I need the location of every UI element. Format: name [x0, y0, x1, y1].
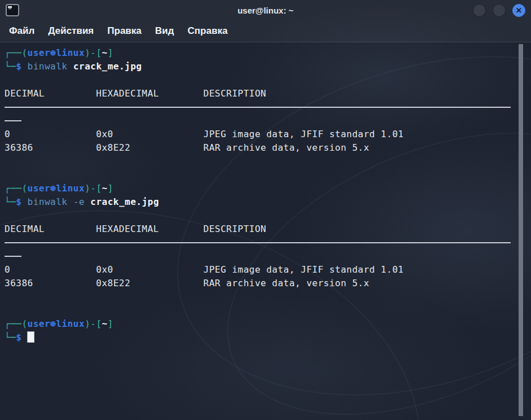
separator-wrap-fragment [5, 250, 514, 263]
title-bar[interactable]: user@linux: ~ ✕ [0, 0, 531, 20]
col-decimal: DECIMAL [5, 222, 96, 236]
col-description: DESCRIPTION [203, 87, 514, 100]
cell-hex: 0x8E22 [96, 141, 203, 155]
table-row: 0 0x0 JPEG image data, JFIF standard 1.0… [5, 263, 514, 277]
prompt-frame: )-[ [85, 183, 102, 194]
at-symbol-icon: ⊛ [50, 318, 56, 329]
prompt-frame: └─ [5, 332, 16, 343]
prompt-path: ~ [102, 47, 107, 58]
cell-description: RAR archive data, version 5.x [203, 141, 514, 155]
prompt-path: ~ [102, 318, 107, 329]
cell-description: RAR archive data, version 5.x [203, 277, 514, 290]
cell-decimal: 0 [5, 263, 96, 277]
cell-decimal: 0 [5, 128, 96, 141]
maximize-button[interactable] [493, 4, 506, 17]
menu-actions[interactable]: Действия [48, 25, 94, 37]
command-line-2: └─$ binwalk -e crack_me.jpg [5, 195, 514, 209]
cell-decimal: 36386 [5, 277, 96, 290]
command-file: crack_me.jpg [73, 61, 142, 72]
menu-edit[interactable]: Правка [107, 25, 141, 37]
table-row: 36386 0x8E22 RAR archive data, version 5… [5, 141, 514, 155]
prompt-symbol: $ [16, 61, 21, 72]
prompt-frame: )-[ [85, 318, 102, 329]
binwalk-header-row: DECIMAL HEXADECIMAL DESCRIPTION [5, 222, 514, 236]
table-row: 0 0x0 JPEG image data, JFIF standard 1.0… [5, 128, 514, 141]
prompt-frame: ] [107, 318, 113, 329]
prompt-host: linux [56, 318, 85, 329]
col-hexadecimal: HEXADECIMAL [96, 87, 203, 100]
at-symbol-icon: ⊛ [50, 47, 56, 58]
at-symbol-icon: ⊛ [50, 183, 56, 194]
prompt-frame: └─ [5, 196, 16, 207]
window-title: user@linux: ~ [0, 6, 531, 15]
cell-hex: 0x0 [96, 263, 203, 277]
col-description: DESCRIPTION [203, 222, 514, 236]
close-button[interactable]: ✕ [512, 4, 525, 17]
separator-line [5, 236, 514, 250]
prompt-line-1: ┌──(user⊛linux)-[~] [5, 46, 514, 60]
prompt-symbol: $ [16, 196, 21, 207]
command-file: crack_me.jpg [90, 196, 159, 207]
prompt-host: linux [56, 47, 85, 58]
table-row: 36386 0x8E22 RAR archive data, version 5… [5, 277, 514, 290]
separator-wrap-fragment [5, 114, 514, 128]
cell-hex: 0x0 [96, 128, 203, 141]
cell-description: JPEG image data, JFIF standard 1.01 [203, 128, 514, 141]
prompt-user: user [28, 183, 51, 194]
vertical-scrollbar[interactable] [519, 44, 523, 416]
col-decimal: DECIMAL [5, 87, 96, 100]
cell-description: JPEG image data, JFIF standard 1.01 [203, 263, 514, 277]
prompt-line-2: ┌──(user⊛linux)-[~] [5, 182, 514, 195]
terminal-viewport[interactable]: ┌──(user⊛linux)-[~] └─$ binwalk crack_me… [0, 43, 531, 420]
command-name: binwalk [28, 61, 68, 72]
cell-decimal: 36386 [5, 141, 96, 155]
prompt-frame: └─ [5, 61, 16, 72]
separator-line [5, 100, 514, 114]
text-cursor [27, 331, 34, 343]
command-flag: -e [73, 196, 85, 207]
cell-hex: 0x8E22 [96, 277, 203, 290]
menu-file[interactable]: Файл [9, 25, 34, 37]
prompt-user: user [28, 47, 51, 58]
command-name: binwalk [28, 196, 68, 207]
menu-help[interactable]: Справка [188, 25, 228, 37]
binwalk-header-row: DECIMAL HEXADECIMAL DESCRIPTION [5, 87, 514, 100]
menu-bar: Файл Действия Правка Вид Справка [0, 20, 531, 42]
command-line-1: └─$ binwalk crack_me.jpg [5, 60, 514, 73]
prompt-frame: ┌──( [5, 318, 28, 329]
prompt-frame: ┌──( [5, 47, 28, 58]
window-header: user@linux: ~ ✕ Файл Действия Правка Вид… [0, 0, 531, 42]
prompt-user: user [28, 318, 51, 329]
prompt-frame: ] [107, 183, 113, 194]
prompt-host: linux [56, 183, 85, 194]
col-hexadecimal: HEXADECIMAL [96, 222, 203, 236]
prompt-frame: ┌──( [5, 183, 28, 194]
prompt-path: ~ [102, 183, 107, 194]
prompt-symbol: $ [16, 332, 21, 343]
prompt-frame: )-[ [85, 47, 102, 58]
menu-view[interactable]: Вид [155, 25, 175, 37]
prompt-line-3: ┌──(user⊛linux)-[~] [5, 317, 514, 331]
prompt-frame: ] [107, 47, 113, 58]
current-input-line[interactable]: └─$ [5, 331, 514, 344]
minimize-button[interactable] [473, 4, 486, 17]
